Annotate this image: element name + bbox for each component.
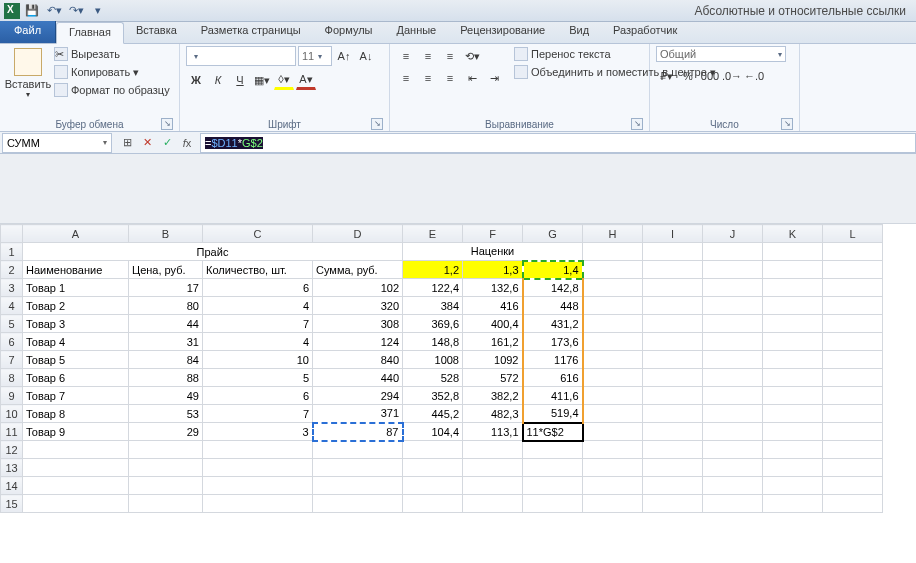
cell[interactable]: Товар 9: [23, 423, 129, 441]
comma-icon[interactable]: 000: [700, 66, 720, 86]
cell[interactable]: [583, 477, 643, 495]
active-cell[interactable]: 11*G$2: [523, 423, 583, 441]
cell[interactable]: [643, 459, 703, 477]
cell[interactable]: 80: [129, 297, 203, 315]
col-header[interactable]: K: [763, 225, 823, 243]
cell[interactable]: 431,2: [523, 315, 583, 333]
cell[interactable]: [583, 351, 643, 369]
cell[interactable]: [583, 369, 643, 387]
row-header[interactable]: 12: [1, 441, 23, 459]
cell[interactable]: [763, 477, 823, 495]
increase-decimal-icon[interactable]: .0→: [722, 66, 742, 86]
cell[interactable]: [823, 351, 883, 369]
cancel-icon[interactable]: ✕: [138, 134, 156, 152]
cell[interactable]: [763, 261, 823, 279]
tab-developer[interactable]: Разработчик: [601, 21, 689, 43]
cell[interactable]: [703, 459, 763, 477]
cell[interactable]: [703, 279, 763, 297]
cell[interactable]: 102: [313, 279, 403, 297]
align-middle-icon[interactable]: ≡: [418, 46, 438, 66]
cell[interactable]: 122,4: [403, 279, 463, 297]
cell[interactable]: 572: [463, 369, 523, 387]
cell[interactable]: 371: [313, 405, 403, 423]
increase-indent-icon[interactable]: ⇥: [484, 68, 504, 88]
cell[interactable]: [523, 477, 583, 495]
cell[interactable]: [763, 333, 823, 351]
col-header[interactable]: H: [583, 225, 643, 243]
cell[interactable]: [643, 315, 703, 333]
row-header[interactable]: 3: [1, 279, 23, 297]
bold-button[interactable]: Ж: [186, 70, 206, 90]
cell[interactable]: 1,3: [463, 261, 523, 279]
cell[interactable]: 161,2: [463, 333, 523, 351]
col-header[interactable]: C: [203, 225, 313, 243]
percent-icon[interactable]: %: [678, 66, 698, 86]
cell[interactable]: 173,6: [523, 333, 583, 351]
font-color-button[interactable]: A▾: [296, 70, 316, 90]
cell[interactable]: [823, 333, 883, 351]
cell[interactable]: 411,6: [523, 387, 583, 405]
cell[interactable]: [403, 459, 463, 477]
cell-ref-green[interactable]: 1,4: [523, 261, 583, 279]
cell[interactable]: [643, 243, 703, 261]
cell[interactable]: 6: [203, 279, 313, 297]
qat-customize-icon[interactable]: ▾: [90, 3, 106, 19]
cell[interactable]: [823, 387, 883, 405]
cell[interactable]: 294: [313, 387, 403, 405]
cell[interactable]: [313, 441, 403, 459]
cell[interactable]: 31: [129, 333, 203, 351]
cell[interactable]: [643, 279, 703, 297]
col-header[interactable]: D: [313, 225, 403, 243]
cell[interactable]: [763, 297, 823, 315]
cell[interactable]: [643, 351, 703, 369]
cell[interactable]: [763, 315, 823, 333]
cell[interactable]: 10: [203, 351, 313, 369]
cell[interactable]: [823, 369, 883, 387]
cell[interactable]: 528: [403, 369, 463, 387]
fx-icon[interactable]: fx: [178, 134, 196, 152]
copy-button[interactable]: Копировать ▾: [54, 64, 170, 80]
tab-review[interactable]: Рецензирование: [448, 21, 557, 43]
cell[interactable]: [313, 495, 403, 513]
cell[interactable]: 445,2: [403, 405, 463, 423]
font-dialog-icon[interactable]: ↘: [371, 118, 383, 130]
cell[interactable]: [23, 441, 129, 459]
cell[interactable]: [523, 441, 583, 459]
cell[interactable]: 5: [203, 369, 313, 387]
cell[interactable]: [583, 315, 643, 333]
cell[interactable]: Цена, руб.: [129, 261, 203, 279]
tab-insert[interactable]: Вставка: [124, 21, 189, 43]
number-dialog-icon[interactable]: ↘: [781, 118, 793, 130]
cell[interactable]: [583, 297, 643, 315]
cell[interactable]: [643, 261, 703, 279]
cell[interactable]: Сумма, руб.: [313, 261, 403, 279]
name-box[interactable]: СУММ▾: [2, 133, 112, 153]
row-header[interactable]: 5: [1, 315, 23, 333]
cell[interactable]: [583, 459, 643, 477]
cell[interactable]: [823, 423, 883, 441]
cell[interactable]: Товар 1: [23, 279, 129, 297]
grow-font-icon[interactable]: A↑: [334, 46, 354, 66]
cell[interactable]: Товар 2: [23, 297, 129, 315]
cell[interactable]: [703, 405, 763, 423]
col-header[interactable]: F: [463, 225, 523, 243]
row-header[interactable]: 1: [1, 243, 23, 261]
orientation-icon[interactable]: ⟲▾: [462, 46, 482, 66]
cell[interactable]: [703, 495, 763, 513]
cell[interactable]: 384: [403, 297, 463, 315]
select-all-corner[interactable]: [1, 225, 23, 243]
tab-view[interactable]: Вид: [557, 21, 601, 43]
redo-icon[interactable]: ↷▾: [68, 3, 84, 19]
col-header[interactable]: J: [703, 225, 763, 243]
range-select-icon[interactable]: ⊞: [118, 134, 136, 152]
row-header[interactable]: 15: [1, 495, 23, 513]
cell[interactable]: [703, 441, 763, 459]
cell[interactable]: [23, 459, 129, 477]
cell[interactable]: 616: [523, 369, 583, 387]
cell[interactable]: 113,1: [463, 423, 523, 441]
borders-button[interactable]: ▦▾: [252, 70, 272, 90]
align-dialog-icon[interactable]: ↘: [631, 118, 643, 130]
cell[interactable]: 3: [203, 423, 313, 441]
cell[interactable]: 369,6: [403, 315, 463, 333]
cell[interactable]: [763, 459, 823, 477]
